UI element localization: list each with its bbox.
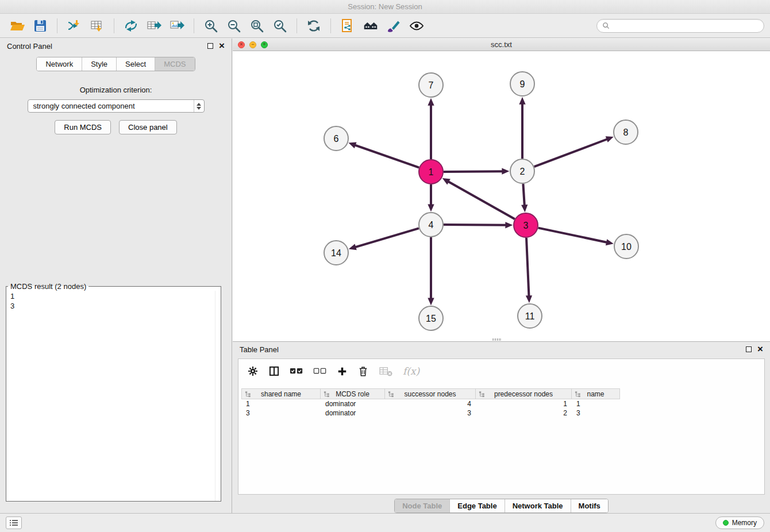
float-panel-icon[interactable]: [207, 43, 213, 49]
table-tab-network-table[interactable]: Network Table: [505, 499, 571, 512]
close-table-panel-icon[interactable]: ×: [757, 346, 763, 352]
export-image-button[interactable]: [165, 16, 188, 36]
import-network-file-button[interactable]: [63, 16, 86, 36]
table-tab-node-table[interactable]: Node Table: [395, 499, 449, 512]
search-input[interactable]: [613, 22, 759, 30]
graph-node-8[interactable]: 8: [614, 120, 638, 144]
column-header-predecessor-nodes[interactable]: predecessor nodes: [476, 388, 572, 399]
graph-edge-3-1[interactable]: [448, 182, 515, 219]
graph-node-15[interactable]: 15: [419, 306, 443, 330]
toolbar-separator: [114, 18, 114, 33]
close-panel-icon[interactable]: ×: [219, 43, 225, 49]
graph-node-11[interactable]: 11: [518, 304, 542, 328]
column-header-mcds-role[interactable]: MCDS role: [321, 388, 385, 399]
graph-node-2[interactable]: 2: [510, 159, 534, 183]
table-tab-motifs[interactable]: Motifs: [571, 499, 608, 512]
result-scrollbar[interactable]: [215, 291, 221, 501]
column-header-name[interactable]: name: [572, 388, 620, 399]
table-row[interactable]: 1dominator411: [241, 399, 764, 408]
maximize-window-button[interactable]: +: [261, 41, 268, 48]
function-builder-button[interactable]: f(x): [403, 365, 419, 377]
column-header-successor-nodes[interactable]: successor nodes: [385, 388, 476, 399]
show-graphics-details-button[interactable]: [405, 16, 428, 36]
graph-edge-2-8[interactable]: [534, 139, 608, 167]
mcds-result-line: 1: [10, 291, 217, 301]
graph-node-10[interactable]: 10: [614, 234, 638, 259]
apply-preferred-layout-button[interactable]: [302, 16, 325, 36]
search-box[interactable]: [596, 19, 764, 33]
table-cell-name[interactable]: 1: [572, 399, 620, 408]
add-column-button[interactable]: [337, 366, 348, 377]
network-overview-button[interactable]: [359, 16, 382, 36]
main-area: Control Panel × NetworkStyleSelectMCDS O…: [0, 38, 770, 513]
refresh-icon: [306, 18, 321, 33]
graph-edge-1-2[interactable]: [444, 171, 503, 172]
graph-node-6[interactable]: 6: [324, 126, 348, 151]
columns-icon: [268, 365, 280, 377]
graph-node-4[interactable]: 4: [419, 213, 443, 237]
graph-node-3[interactable]: 3: [514, 213, 538, 237]
zoom-fit-button[interactable]: [245, 16, 268, 36]
graph-edge-1-6[interactable]: [355, 145, 419, 167]
close-window-button[interactable]: ×: [238, 41, 245, 48]
table-settings-button[interactable]: [247, 365, 259, 377]
graph-edge-4-3[interactable]: [444, 225, 506, 225]
apply-style-button[interactable]: [382, 16, 405, 36]
close-panel-button[interactable]: Close panel: [119, 120, 177, 134]
table-cell-shared-name[interactable]: 3: [241, 408, 321, 418]
column-header-label: name: [587, 390, 604, 398]
delete-column-button[interactable]: [357, 365, 369, 377]
minimize-window-button[interactable]: −: [249, 41, 256, 48]
graph-node-9[interactable]: 9: [510, 72, 534, 96]
tab-network[interactable]: Network: [37, 57, 82, 71]
table-cell-shared-name[interactable]: 1: [241, 399, 321, 408]
open-network-database-button[interactable]: [336, 16, 359, 36]
graph-node-14[interactable]: 14: [324, 241, 348, 265]
table-row[interactable]: 3dominator323: [241, 408, 764, 418]
zoom-in-button[interactable]: [199, 16, 222, 36]
table-cell-mcds-role[interactable]: dominator: [321, 408, 385, 418]
graph-edge-3-10[interactable]: [538, 228, 607, 242]
network-arrows-icon: [124, 18, 138, 33]
tab-style[interactable]: Style: [82, 57, 116, 71]
select-all-columns-button[interactable]: [290, 366, 303, 377]
svg-text:7: 7: [429, 80, 434, 90]
graph-edge-2-3[interactable]: [523, 184, 524, 206]
open-session-button[interactable]: [6, 16, 29, 36]
table-tab-edge-table[interactable]: Edge Table: [449, 499, 504, 512]
criterion-dropdown[interactable]: strongly connected component: [28, 99, 205, 113]
graph-edge-4-14[interactable]: [355, 228, 419, 247]
zoom-selected-icon: [272, 18, 287, 33]
table-cell-successor-nodes[interactable]: 4: [385, 399, 476, 408]
delete-table-button[interactable]: [379, 365, 393, 377]
save-session-button[interactable]: [29, 16, 52, 36]
import-table-file-button[interactable]: [86, 16, 109, 36]
splitter-grip[interactable]: [492, 338, 502, 341]
tab-select[interactable]: Select: [116, 57, 155, 71]
run-mcds-button[interactable]: Run MCDS: [55, 120, 111, 134]
memory-button[interactable]: Memory: [715, 516, 764, 529]
task-history-button[interactable]: [6, 516, 22, 529]
deselect-all-columns-button[interactable]: [313, 366, 327, 377]
criterion-dropdown-value: strongly connected component: [33, 102, 135, 110]
float-table-panel-icon[interactable]: [746, 346, 752, 352]
network-canvas[interactable]: 7968124314101511: [233, 52, 770, 341]
graph-node-7[interactable]: 7: [419, 73, 443, 97]
export-table-button[interactable]: [143, 16, 165, 36]
table-cell-predecessor-nodes[interactable]: 2: [476, 408, 572, 418]
graph-node-1[interactable]: 1: [419, 160, 443, 184]
zoom-out-button[interactable]: [222, 16, 245, 36]
svg-text:2: 2: [520, 167, 525, 176]
column-header-shared-name[interactable]: shared name: [241, 388, 321, 399]
control-panel-title: Control Panel: [7, 42, 52, 51]
table-cell-mcds-role[interactable]: dominator: [321, 399, 385, 408]
show-columns-button[interactable]: [268, 365, 280, 377]
table-cell-name[interactable]: 3: [572, 408, 620, 418]
export-network-button[interactable]: [120, 16, 143, 36]
table-cell-successor-nodes[interactable]: 3: [385, 408, 476, 418]
table-cell-predecessor-nodes[interactable]: 1: [476, 399, 572, 408]
graph-edge-3-11[interactable]: [526, 238, 529, 296]
zoom-selected-button[interactable]: [268, 16, 291, 36]
tab-mcds[interactable]: MCDS: [155, 57, 194, 71]
control-panel-header: Control Panel ×: [0, 38, 232, 53]
